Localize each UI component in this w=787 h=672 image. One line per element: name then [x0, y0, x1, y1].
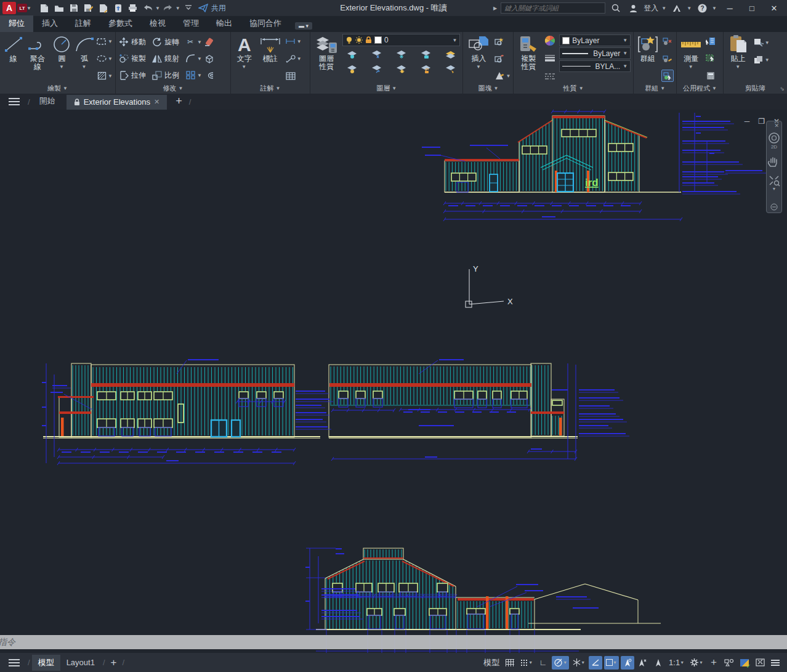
scale-icon[interactable]: [151, 70, 163, 81]
drawing-restore-icon[interactable]: ❐: [758, 117, 765, 126]
isolate-objects-toggle[interactable]: [722, 656, 736, 670]
layer-off-icon[interactable]: [347, 49, 358, 60]
search-input[interactable]: [501, 2, 605, 14]
copy-clip-icon[interactable]: [753, 54, 764, 65]
ungroup-icon[interactable]: [661, 36, 672, 47]
graphics-performance-toggle[interactable]: [738, 656, 751, 670]
create-block-icon[interactable]: [494, 36, 505, 47]
navbar-close-icon[interactable]: ✕: [774, 123, 779, 129]
object-color-combo[interactable]: ByLayer▼: [559, 34, 631, 46]
ellipse-icon[interactable]: [96, 53, 107, 64]
crosshair-toggle[interactable]: ＋: [707, 656, 720, 670]
panel-label-block[interactable]: 圖塊▼: [463, 83, 513, 94]
layer-unisolate-icon[interactable]: [371, 63, 382, 75]
trim-icon[interactable]: ✂: [185, 36, 196, 47]
paste-button[interactable]: 貼上▼: [726, 34, 751, 83]
autodesk-app-icon[interactable]: [670, 2, 684, 14]
app-logo[interactable]: A: [2, 2, 16, 14]
grid-toggle[interactable]: [503, 656, 517, 670]
annotation-scale-sync-toggle[interactable]: [652, 656, 665, 670]
lineweight-icon[interactable]: [544, 53, 555, 64]
search-icon[interactable]: [609, 2, 623, 14]
workspace-gear-icon[interactable]: ▼: [688, 656, 705, 670]
redo-icon[interactable]: [161, 2, 175, 14]
zoom-extents-icon[interactable]: ▼: [768, 172, 780, 193]
user-icon[interactable]: [626, 2, 640, 14]
clean-screen-toggle[interactable]: [753, 656, 767, 670]
panel-label-properties[interactable]: 性質▼⇘: [514, 83, 633, 94]
navigation-wheel-icon[interactable]: 2D: [768, 130, 780, 151]
object-snap-tracking-toggle[interactable]: [589, 656, 602, 670]
ribbon-tab-manage[interactable]: 管理: [174, 15, 208, 32]
close-button[interactable]: ✕: [765, 1, 783, 15]
panel-label-layers[interactable]: 圖層▼: [310, 83, 462, 94]
mirror-icon[interactable]: [151, 53, 163, 64]
move-icon[interactable]: [118, 36, 129, 47]
group-button[interactable]: 群組: [636, 34, 659, 83]
rectangle-icon[interactable]: [96, 36, 107, 47]
fillet-icon[interactable]: [185, 53, 196, 64]
quick-select-icon[interactable]: [705, 36, 716, 47]
edit-block-icon[interactable]: [494, 53, 505, 64]
layer-lock-icon[interactable]: [421, 49, 432, 60]
isometric-drafting-toggle[interactable]: ▼: [571, 656, 587, 670]
ribbon-display-toggle[interactable]: ▬ ▾: [295, 22, 312, 30]
leader-icon[interactable]: [285, 53, 296, 64]
layer-select-combo[interactable]: 0 ▼: [342, 34, 460, 46]
group-edit-icon[interactable]: [661, 53, 672, 64]
new-tab-button[interactable]: +: [171, 95, 187, 110]
dimension-button[interactable]: 標註: [258, 34, 283, 83]
copy-icon[interactable]: [118, 53, 129, 64]
snap-toggle[interactable]: ▼: [519, 656, 535, 670]
drawing-minimize-icon[interactable]: ─: [745, 117, 750, 126]
ribbon-tab-output[interactable]: 輸出: [208, 15, 241, 32]
annotation-visibility-toggle[interactable]: [621, 656, 634, 670]
cut-icon[interactable]: ✂: [753, 37, 764, 48]
minimize-button[interactable]: ─: [720, 1, 739, 15]
search-expand-caret[interactable]: ▶: [493, 6, 497, 11]
line-button[interactable]: 線: [2, 34, 24, 83]
autodesk-app-caret[interactable]: ▼: [687, 6, 692, 11]
signin-caret[interactable]: ▼: [661, 6, 666, 11]
navbar-settings-icon[interactable]: [770, 201, 778, 213]
layer-isolate-icon[interactable]: [371, 49, 382, 60]
insert-block-button[interactable]: 插入▼: [466, 34, 491, 83]
close-tab-icon[interactable]: ✕: [154, 98, 159, 106]
ribbon-tab-view[interactable]: 檢視: [141, 15, 174, 32]
panel-label-annotate[interactable]: 註解▼: [231, 83, 310, 94]
color-wheel-icon[interactable]: [544, 35, 555, 46]
command-line[interactable]: 指令: [0, 635, 787, 649]
circle-button[interactable]: 圓▼: [51, 34, 73, 83]
layer-make-current-icon[interactable]: [445, 49, 456, 60]
drawing-canvas[interactable]: Y X ird ─ ❐ ✕ ✕ 2D ▼: [0, 110, 787, 672]
new-layout-button[interactable]: +: [107, 657, 121, 669]
measure-button[interactable]: 測量▼: [679, 34, 703, 83]
qat-customize-icon[interactable]: [182, 2, 195, 14]
file-tab-start[interactable]: 開始: [32, 93, 63, 110]
lineweight-combo[interactable]: ByLayer▼: [559, 47, 631, 59]
hatch-icon[interactable]: [96, 70, 107, 81]
share-icon[interactable]: [196, 2, 210, 14]
polar-tracking-toggle[interactable]: ▼: [552, 656, 569, 670]
help-caret[interactable]: ▼: [712, 6, 717, 11]
object-snap-toggle[interactable]: ▼: [604, 656, 619, 670]
layer-properties-button[interactable]: 圖層性質: [313, 34, 340, 83]
mobile-upload-icon[interactable]: [111, 2, 125, 14]
panel-label-groups[interactable]: 群組▼: [634, 83, 676, 94]
model-space-toggle[interactable]: 模型: [482, 656, 501, 670]
layer-freeze-icon[interactable]: [396, 49, 407, 60]
ortho-toggle[interactable]: ∟: [536, 656, 550, 670]
linetype-icon[interactable]: [544, 71, 555, 82]
customization-menu-icon[interactable]: [769, 656, 782, 670]
plot-icon[interactable]: [97, 2, 110, 14]
layout1-tab[interactable]: Layout1: [60, 655, 101, 670]
file-tab-drawing[interactable]: Exterior Elevations ✕: [67, 95, 167, 110]
layer-match-icon[interactable]: [445, 63, 456, 75]
stretch-icon[interactable]: [118, 70, 129, 81]
group-selection-toggle-icon[interactable]: [662, 70, 673, 81]
annotation-autoscale-toggle[interactable]: [636, 656, 650, 670]
save-icon[interactable]: [67, 2, 81, 14]
annotation-scale-value[interactable]: 1:1▼: [667, 656, 686, 670]
select-objects-icon[interactable]: [705, 53, 716, 64]
ribbon-tab-insert[interactable]: 插入: [33, 15, 67, 32]
